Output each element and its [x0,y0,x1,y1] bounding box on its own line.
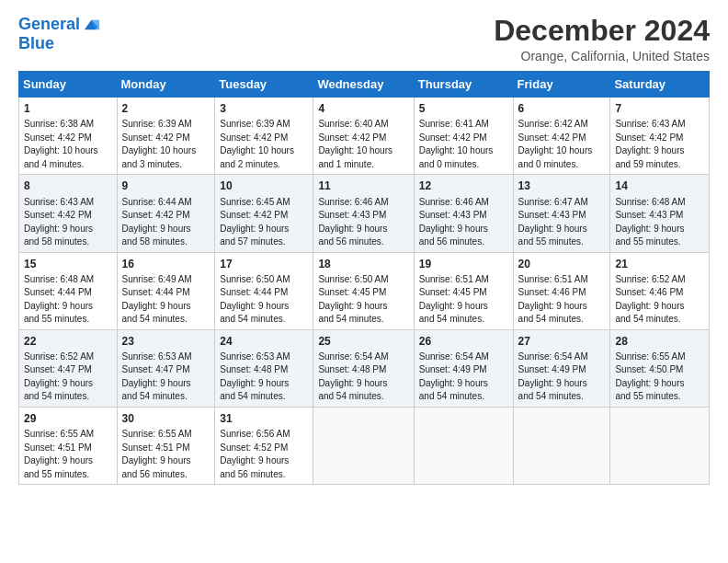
day-info: Sunrise: 6:41 AM Sunset: 4:42 PM Dayligh… [419,119,494,169]
calendar-cell: 29Sunrise: 6:55 AM Sunset: 4:51 PM Dayli… [19,407,118,484]
day-number: 1 [24,101,112,116]
calendar-cell: 8Sunrise: 6:43 AM Sunset: 4:42 PM Daylig… [19,175,118,252]
calendar-cell: 23Sunrise: 6:53 AM Sunset: 4:47 PM Dayli… [117,329,215,407]
calendar-week-2: 8Sunrise: 6:43 AM Sunset: 4:42 PM Daylig… [19,175,710,252]
calendar-cell: 27Sunrise: 6:54 AM Sunset: 4:49 PM Dayli… [513,329,610,407]
day-info: Sunrise: 6:54 AM Sunset: 4:49 PM Dayligh… [419,351,489,402]
page: General Blue December 2024 Orange, Calif… [0,0,728,563]
day-info: Sunrise: 6:43 AM Sunset: 4:42 PM Dayligh… [24,197,94,247]
weekday-header-sunday: Sunday [19,72,118,98]
calendar-cell: 30Sunrise: 6:55 AM Sunset: 4:51 PM Dayli… [117,407,215,484]
day-number: 23 [122,334,210,349]
calendar-cell: 17Sunrise: 6:50 AM Sunset: 4:44 PM Dayli… [215,252,313,329]
calendar-cell: 13Sunrise: 6:47 AM Sunset: 4:43 PM Dayli… [513,175,610,252]
day-number: 7 [615,101,704,116]
calendar-cell: 24Sunrise: 6:53 AM Sunset: 4:48 PM Dayli… [215,329,313,407]
day-info: Sunrise: 6:50 AM Sunset: 4:44 PM Dayligh… [220,274,290,325]
weekday-header-thursday: Thursday [414,72,513,98]
logo: General Blue [18,15,102,53]
day-info: Sunrise: 6:46 AM Sunset: 4:43 PM Dayligh… [419,197,489,247]
calendar-week-5: 29Sunrise: 6:55 AM Sunset: 4:51 PM Dayli… [19,407,710,484]
location: Orange, California, United States [494,49,710,63]
day-info: Sunrise: 6:50 AM Sunset: 4:45 PM Dayligh… [318,274,388,325]
calendar-cell: 25Sunrise: 6:54 AM Sunset: 4:48 PM Dayli… [313,329,414,407]
day-info: Sunrise: 6:48 AM Sunset: 4:43 PM Dayligh… [615,197,685,247]
calendar-cell: 15Sunrise: 6:48 AM Sunset: 4:44 PM Dayli… [19,252,118,329]
day-info: Sunrise: 6:45 AM Sunset: 4:42 PM Dayligh… [220,197,290,247]
day-info: Sunrise: 6:40 AM Sunset: 4:42 PM Dayligh… [318,119,392,169]
day-number: 5 [419,101,508,116]
calendar-cell: 31Sunrise: 6:56 AM Sunset: 4:52 PM Dayli… [215,407,313,484]
day-number: 6 [518,101,606,116]
day-info: Sunrise: 6:51 AM Sunset: 4:45 PM Dayligh… [419,274,489,325]
calendar-week-1: 1Sunrise: 6:38 AM Sunset: 4:42 PM Daylig… [19,98,710,175]
title-block: December 2024 Orange, California, United… [494,15,710,63]
day-number: 10 [220,178,308,193]
logo-text2: Blue [18,35,102,53]
day-info: Sunrise: 6:56 AM Sunset: 4:52 PM Dayligh… [220,429,290,479]
logo-icon [82,15,102,35]
calendar-cell: 10Sunrise: 6:45 AM Sunset: 4:42 PM Dayli… [215,175,313,252]
day-info: Sunrise: 6:46 AM Sunset: 4:43 PM Dayligh… [318,197,388,247]
day-number: 13 [518,178,606,193]
day-info: Sunrise: 6:47 AM Sunset: 4:43 PM Dayligh… [518,197,588,247]
day-info: Sunrise: 6:53 AM Sunset: 4:47 PM Dayligh… [122,351,192,402]
day-info: Sunrise: 6:51 AM Sunset: 4:46 PM Dayligh… [518,274,588,325]
day-info: Sunrise: 6:48 AM Sunset: 4:44 PM Dayligh… [24,274,94,325]
day-info: Sunrise: 6:42 AM Sunset: 4:42 PM Dayligh… [518,119,593,169]
day-info: Sunrise: 6:54 AM Sunset: 4:49 PM Dayligh… [518,351,588,402]
calendar-cell: 16Sunrise: 6:49 AM Sunset: 4:44 PM Dayli… [117,252,215,329]
day-number: 31 [220,411,308,426]
calendar-cell: 22Sunrise: 6:52 AM Sunset: 4:47 PM Dayli… [19,329,118,407]
day-number: 15 [24,257,112,271]
day-info: Sunrise: 6:55 AM Sunset: 4:51 PM Dayligh… [122,429,192,479]
day-number: 16 [122,257,210,271]
calendar-cell: 14Sunrise: 6:48 AM Sunset: 4:43 PM Dayli… [610,175,710,252]
weekday-header-wednesday: Wednesday [313,72,414,98]
calendar-week-3: 15Sunrise: 6:48 AM Sunset: 4:44 PM Dayli… [19,252,710,329]
day-number: 17 [220,257,308,271]
weekday-header-saturday: Saturday [610,72,710,98]
logo-text: General [18,16,80,34]
calendar-cell: 19Sunrise: 6:51 AM Sunset: 4:45 PM Dayli… [414,252,513,329]
calendar-table: SundayMondayTuesdayWednesdayThursdayFrid… [18,71,710,485]
day-info: Sunrise: 6:44 AM Sunset: 4:42 PM Dayligh… [122,197,192,247]
month-title: December 2024 [494,15,710,47]
day-info: Sunrise: 6:53 AM Sunset: 4:48 PM Dayligh… [220,351,290,402]
weekday-header-tuesday: Tuesday [215,72,313,98]
weekday-header-monday: Monday [117,72,215,98]
day-info: Sunrise: 6:39 AM Sunset: 4:42 PM Dayligh… [220,119,294,169]
calendar-cell: 11Sunrise: 6:46 AM Sunset: 4:43 PM Dayli… [313,175,414,252]
day-number: 22 [24,334,112,349]
day-number: 27 [518,334,606,349]
day-info: Sunrise: 6:55 AM Sunset: 4:51 PM Dayligh… [24,429,94,479]
calendar-cell [313,407,414,484]
calendar-cell: 20Sunrise: 6:51 AM Sunset: 4:46 PM Dayli… [513,252,610,329]
day-number: 25 [318,334,408,349]
day-number: 18 [318,257,408,271]
calendar-cell: 21Sunrise: 6:52 AM Sunset: 4:46 PM Dayli… [610,252,710,329]
day-number: 3 [220,101,308,116]
calendar-cell: 4Sunrise: 6:40 AM Sunset: 4:42 PM Daylig… [313,98,414,175]
calendar-cell [513,407,610,484]
day-number: 9 [122,178,210,193]
calendar-cell: 5Sunrise: 6:41 AM Sunset: 4:42 PM Daylig… [414,98,513,175]
day-number: 4 [318,101,408,116]
calendar-cell [610,407,710,484]
calendar-cell: 3Sunrise: 6:39 AM Sunset: 4:42 PM Daylig… [215,98,313,175]
day-number: 14 [615,178,704,193]
calendar-cell: 18Sunrise: 6:50 AM Sunset: 4:45 PM Dayli… [313,252,414,329]
day-number: 28 [615,334,704,349]
day-number: 12 [419,178,508,193]
day-info: Sunrise: 6:52 AM Sunset: 4:46 PM Dayligh… [615,274,685,325]
day-number: 21 [615,257,704,271]
day-number: 30 [122,411,210,426]
day-info: Sunrise: 6:49 AM Sunset: 4:44 PM Dayligh… [122,274,192,325]
day-info: Sunrise: 6:43 AM Sunset: 4:42 PM Dayligh… [615,119,685,169]
day-number: 11 [318,178,408,193]
day-number: 19 [419,257,508,271]
calendar-cell [414,407,513,484]
day-number: 29 [24,411,112,426]
day-info: Sunrise: 6:55 AM Sunset: 4:50 PM Dayligh… [615,351,685,402]
day-number: 2 [122,101,210,116]
